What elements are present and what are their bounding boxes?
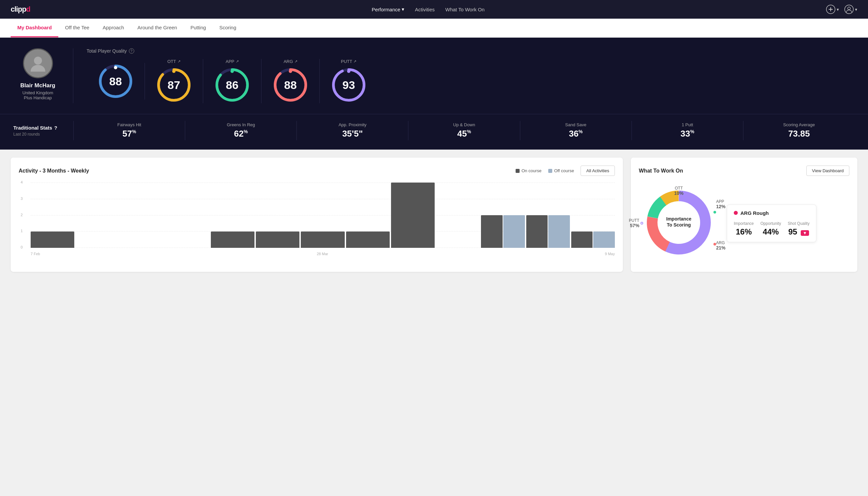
- stats-help-icon[interactable]: ?: [54, 125, 57, 130]
- on-course-dot: [516, 169, 520, 173]
- score-app: APP ↗ 86: [203, 59, 262, 103]
- app-dot: [713, 211, 716, 214]
- x-axis-labels: 7 Feb 28 Mar 9 May: [31, 252, 615, 256]
- tpq-help-icon[interactable]: ?: [129, 48, 134, 53]
- score-putt: PUTT ↗ 93: [320, 59, 378, 103]
- bar-on-course: [301, 232, 344, 248]
- bar-on-course: [31, 232, 74, 248]
- wtwo-title: What To Work On: [639, 168, 683, 174]
- bar-chart-area: 4 3 2 1 0 7 Feb 28 Mar 9 May: [19, 183, 615, 256]
- putt-donut-label: PUTT 57%: [629, 218, 639, 228]
- nav-activities[interactable]: Activities: [415, 7, 435, 12]
- all-activities-button[interactable]: All Activities: [581, 166, 615, 176]
- bar-on-course: [481, 215, 503, 248]
- shot-quality-badge: ▼: [801, 230, 809, 236]
- info-opportunity: Opportunity 44%: [760, 221, 781, 236]
- main-content: Activity - 3 Months - Weekly On course O…: [0, 150, 868, 280]
- putt-circle: 93: [330, 67, 367, 103]
- bar-group-0: [31, 232, 74, 248]
- legend-off-course: Off course: [548, 168, 574, 173]
- tabs-bar: My Dashboard Off the Tee Approach Around…: [0, 19, 868, 37]
- view-dashboard-button[interactable]: View Dashboard: [806, 166, 849, 176]
- info-card-title: ARG Rough: [734, 210, 809, 216]
- score-circles: 88 OTT ↗ 87: [86, 59, 855, 103]
- nav-right: ▾ ▾: [826, 5, 857, 14]
- nav-what-to-work-on[interactable]: What To Work On: [445, 7, 485, 12]
- bar-group-5: [256, 232, 299, 248]
- add-button[interactable]: ▾: [826, 5, 839, 14]
- bar-on-course: [526, 215, 548, 248]
- svg-point-20: [347, 69, 350, 73]
- score-ott: OTT ↗ 87: [145, 59, 203, 103]
- app-score-value: 86: [226, 79, 238, 92]
- bar-group-11: [526, 215, 570, 248]
- logo-text: clipp: [11, 5, 26, 13]
- tab-scoring[interactable]: Scoring: [212, 19, 243, 37]
- stats-sub: Last 20 rounds: [13, 132, 73, 137]
- stat-sand-save: Sand Save 36%: [520, 121, 632, 140]
- donut-chart-wrap: Importance To Scoring OTT 10% APP 12% AR…: [639, 183, 719, 264]
- scores-section: Total Player Quality ? 88 OTT: [86, 48, 855, 103]
- player-info: Blair McHarg United Kingdom Plus Handica…: [13, 48, 73, 103]
- putt-score-value: 93: [343, 79, 355, 92]
- total-score-value: 88: [109, 75, 122, 88]
- bar-on-course: [391, 183, 435, 248]
- logo[interactable]: clippd: [11, 5, 30, 14]
- traditional-stats-row: Traditional Stats ? Last 20 rounds Fairw…: [0, 114, 868, 150]
- arg-score-value: 88: [284, 79, 297, 92]
- player-name: Blair McHarg: [20, 82, 55, 89]
- score-arg: ARG ↗ 88: [262, 59, 320, 103]
- activity-chart-title: Activity - 3 Months - Weekly: [19, 168, 89, 174]
- tab-my-dashboard[interactable]: My Dashboard: [11, 19, 58, 37]
- wtwo-card-header: What To Work On View Dashboard: [639, 166, 849, 176]
- bar-group-6: [301, 232, 344, 248]
- stats-label-group: Traditional Stats ? Last 20 rounds: [13, 125, 73, 137]
- svg-text:To Scoring: To Scoring: [667, 222, 691, 228]
- nav-links: Performance ▾ Activities What To Work On: [372, 6, 485, 12]
- svg-point-8: [114, 66, 117, 69]
- bars-container: [31, 183, 615, 248]
- bar-off-course: [503, 215, 525, 248]
- stat-greens-in-reg: Greens In Reg 62%: [185, 121, 297, 140]
- wtwo-card: What To Work On View Dashboard Importanc…: [631, 158, 857, 272]
- bar-off-course: [593, 232, 615, 248]
- bar-group-8: [391, 183, 435, 248]
- tab-approach[interactable]: Approach: [96, 19, 130, 37]
- svg-text:Importance: Importance: [666, 216, 692, 221]
- tab-off-the-tee[interactable]: Off the Tee: [58, 19, 96, 37]
- arg-donut-label: ARG 21%: [716, 241, 725, 250]
- bar-on-course: [211, 232, 254, 248]
- tab-around-the-green[interactable]: Around the Green: [130, 19, 184, 37]
- tab-putting[interactable]: Putting: [184, 19, 213, 37]
- bar-group-7: [346, 232, 390, 248]
- avatar: [23, 48, 53, 78]
- stats-title: Traditional Stats ?: [13, 125, 73, 130]
- stat-app-proximity: App. Proximity 35'5": [297, 121, 408, 140]
- svg-point-3: [845, 5, 853, 14]
- tpq-label: Total Player Quality ?: [86, 48, 855, 53]
- bar-group-4: [211, 232, 254, 248]
- bar-on-course: [571, 232, 593, 248]
- player-handicap: Plus Handicap: [24, 95, 52, 100]
- ott-score-value: 87: [168, 79, 180, 92]
- top-navigation: clippd Performance ▾ Activities What To …: [0, 0, 868, 19]
- info-card: ARG Rough Importance 16% Opportunity 44%…: [727, 204, 816, 242]
- user-menu[interactable]: ▾: [845, 5, 857, 14]
- app-label: APP ↗: [225, 59, 238, 64]
- activity-card-header: Activity - 3 Months - Weekly On course O…: [19, 166, 615, 176]
- bar-off-course: [548, 215, 570, 248]
- logo-text-d: d: [26, 5, 30, 13]
- bar-on-course: [256, 232, 299, 248]
- bar-on-course: [346, 232, 390, 248]
- chart-legend: On course Off course: [516, 168, 574, 173]
- putt-dot: [641, 222, 643, 224]
- svg-point-4: [848, 7, 850, 10]
- dashboard-header: Blair McHarg United Kingdom Plus Handica…: [0, 37, 868, 114]
- info-importance: Importance 16%: [734, 221, 754, 236]
- svg-point-14: [231, 69, 234, 73]
- score-total: 88: [86, 63, 145, 99]
- stat-scoring-average: Scoring Average 73.85: [743, 121, 855, 140]
- nav-performance[interactable]: Performance ▾: [372, 6, 404, 12]
- app-donut-label: APP 12%: [716, 199, 725, 209]
- putt-label: PUTT ↗: [341, 59, 357, 64]
